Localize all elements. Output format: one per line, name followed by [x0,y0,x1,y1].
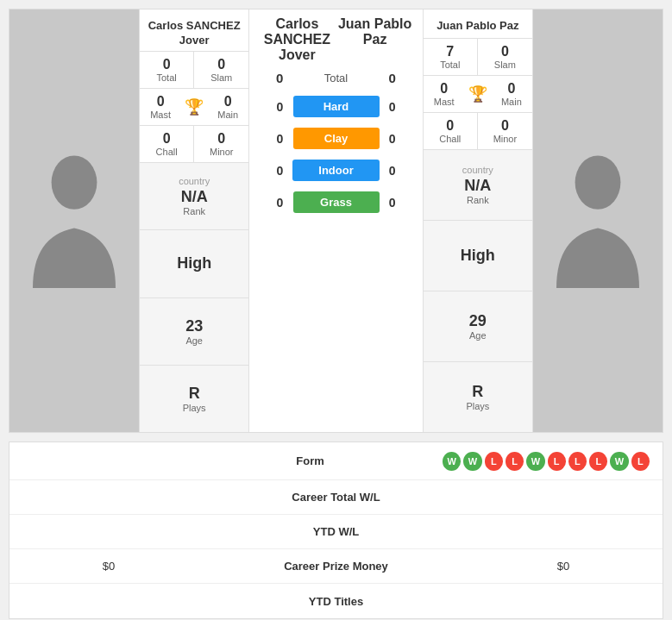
right-chall-cell: 0 Chall [424,113,478,149]
left-slam-label: Slam [198,72,245,83]
left-plays-section: R Plays [140,366,248,432]
form-row: Form W W L L W L L L W L [9,442,663,480]
left-slam-cell: 0 Slam [194,52,248,88]
left-main-cell: 0 Main [207,89,248,125]
left-mast-label: Mast [143,110,178,120]
center-courts-panel: Carlos SANCHEZ Jover Juan Pablo Paz 0 To… [249,9,422,432]
hard-badge: Hard [293,96,380,117]
right-rank-label: Rank [467,195,489,205]
left-plays-label: Plays [183,403,206,413]
right-total-score: 0 [380,71,405,85]
right-chall-label: Chall [427,134,474,144]
right-center-name: Juan Pablo Paz [336,16,414,63]
right-high-val: High [461,247,495,265]
clay-badge-container: Clay [292,128,379,149]
left-high-val: High [177,254,211,272]
right-age-label: Age [469,330,487,341]
left-chall-label: Chall [143,147,190,157]
form-badge-8: W [610,452,628,471]
form-badge-3: L [506,452,524,471]
ytd-wl-row: YTD W/L [9,515,663,549]
right-chall-val: 0 [427,118,474,134]
hard-right-score: 0 [380,100,405,114]
right-age-section: 29 Age [424,291,532,362]
form-badge-6: L [568,452,587,471]
form-badge-0: W [443,452,461,471]
left-high-section: High [140,230,248,297]
bottom-stats-section: Form W W L L W L L L W L Career Total W/… [9,442,663,619]
career-wl-label: Career Total W/L [22,491,650,504]
left-country: country [179,176,210,186]
career-prize-row: $0 Career Prize Money $0 [9,549,663,584]
right-total-label: Total [427,59,474,70]
left-plays-val: R [189,385,200,403]
right-mast-val: 0 [427,81,462,97]
clay-badge: Clay [293,128,380,149]
right-player-name-section: Juan Pablo Paz [424,9,532,39]
total-label: Total [292,72,379,85]
left-player-surname: Jover [144,34,244,47]
grass-left-score: 0 [267,196,292,210]
career-prize-label: Career Prize Money [195,560,477,573]
right-mast-label: Mast [427,97,462,107]
hard-left-score: 0 [267,100,292,114]
right-plays-section: R Plays [424,362,532,432]
left-minor-cell: 0 Minor [194,126,248,162]
indoor-badge: Indoor [292,160,379,181]
right-main-label: Main [494,97,529,107]
grass-badge-container: Grass [292,191,379,213]
left-player-silhouette [22,152,126,290]
left-mast-cell: 0 Mast [140,89,181,125]
right-mast-cell: 0 Mast [424,76,465,112]
left-slam-val: 0 [198,57,245,72]
form-badge-1: W [463,452,481,471]
left-main-label: Main [210,110,245,120]
left-age-val: 23 [185,317,203,335]
left-center-name: Carlos SANCHEZ Jover [258,16,336,63]
comparison-section: Carlos SANCHEZ Jover 0 Total 0 Slam 0 Ma… [9,9,663,433]
right-minor-cell: 0 Minor [478,113,532,149]
svg-point-0 [52,155,97,209]
right-minor-val: 0 [481,118,529,134]
right-plays-val: R [472,383,483,401]
left-total-cell: 0 Total [140,52,194,88]
right-career-prize: $0 [477,560,650,573]
career-wl-row: Career Total W/L [9,480,663,515]
left-trophy-icon: 🏆 [181,94,207,120]
form-badge-2: L [485,452,503,471]
left-rank-label: Rank [183,206,205,216]
left-age-section: 23 Age [140,298,248,366]
left-minor-val: 0 [198,131,245,147]
left-data-block: Carlos SANCHEZ Jover 0 Total 0 Slam 0 Ma… [139,9,249,432]
right-player-silhouette [546,152,650,290]
indoor-left-score: 0 [267,164,292,178]
form-badges-container: W W L L W L L L W L [443,452,650,471]
left-player-photo [9,9,139,432]
right-rank-val: N/A [464,177,491,195]
left-player-name-section: Carlos SANCHEZ Jover [140,9,248,52]
left-total-label: Total [143,72,190,83]
right-age-val: 29 [469,312,487,330]
right-slam-val: 0 [481,44,529,59]
grass-court-row: 0 Grass 0 [249,186,422,218]
right-slam-cell: 0 Slam [478,39,532,75]
right-slam-label: Slam [481,59,529,70]
left-minor-label: Minor [198,147,245,157]
right-main-cell: 0 Main [491,76,532,112]
left-main-val: 0 [210,94,245,110]
left-player-name: Carlos SANCHEZ [144,18,244,34]
left-mast-row: 0 Mast 🏆 0 Main [140,89,248,126]
grass-badge: Grass [293,191,380,213]
right-player-photo [533,9,663,432]
form-label: Form [178,454,443,467]
left-chall-val: 0 [143,131,190,147]
indoor-right-score: 0 [380,164,405,178]
right-total-val: 7 [427,44,474,59]
left-mast-val: 0 [143,94,178,110]
clay-right-score: 0 [380,132,405,146]
right-main-val: 0 [494,81,529,97]
form-badge-7: L [589,452,607,471]
right-mast-row: 0 Mast 🏆 0 Main [424,76,532,113]
total-row: 0 Total 0 [249,66,422,91]
right-rank-section: country N/A Rank [424,150,532,221]
